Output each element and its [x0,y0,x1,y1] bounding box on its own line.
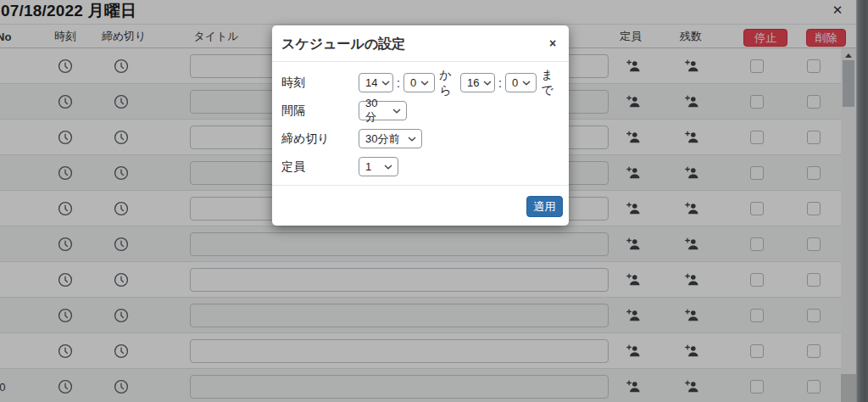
modal-header: スケジュールの設定 × [272,25,569,62]
start-hour-select[interactable]: 14 [359,73,393,92]
modal-footer: 適用 [272,185,569,226]
interval-field-row: 間隔 30分 [281,101,559,120]
screen: 07/18/2022 月曜日 ✕ No 時刻 締め切り タイトル 定員 残数 停… [0,0,868,402]
modal-close-icon[interactable]: × [543,34,562,53]
chevron-down-icon [408,137,416,142]
time-label: 時刻 [281,75,359,91]
deadline-label: 締め切り [281,131,359,147]
schedule-settings-modal: スケジュールの設定 × 時刻 14 : 0 から [272,25,569,226]
chevron-down-icon [420,81,429,86]
interval-label: 間隔 [281,103,359,119]
modal-title: スケジュールの設定 [281,36,405,53]
start-minute-select[interactable]: 0 [403,73,435,92]
chevron-down-icon [392,109,401,114]
end-minute-select[interactable]: 0 [505,73,537,92]
capacity-label: 定員 [281,159,359,175]
chevron-down-icon [381,81,390,86]
chevron-down-icon [522,81,531,86]
capacity-select[interactable]: 1 [359,157,398,176]
chevron-down-icon [483,81,492,86]
colon-separator: : [396,76,401,90]
time-field-row: 時刻 14 : 0 から 16 : [281,73,559,92]
end-hour-select[interactable]: 16 [460,73,495,92]
modal-body: 時刻 14 : 0 から 16 : [272,62,569,176]
capacity-field-row: 定員 1 [281,157,559,176]
chevron-down-icon [384,165,392,170]
until-text: まで [539,68,559,98]
colon-separator: : [498,76,503,90]
deadline-field-row: 締め切り 30分前 [281,129,559,148]
interval-select[interactable]: 30分 [359,101,407,120]
apply-button[interactable]: 適用 [526,196,563,217]
from-text: から [437,68,458,98]
window-edge-strip [856,0,868,402]
deadline-select[interactable]: 30分前 [359,129,422,148]
